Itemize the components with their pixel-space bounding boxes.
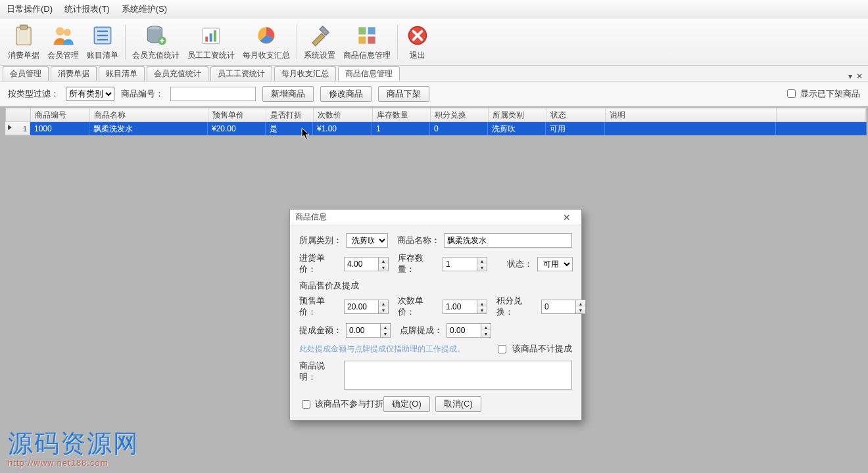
- tab-bill[interactable]: 账目清单: [99, 66, 145, 81]
- cell-category: 洗剪吹: [488, 122, 546, 135]
- col-stock[interactable]: 库存数量: [373, 108, 431, 122]
- spin-commission[interactable]: ▲▼: [346, 323, 391, 338]
- tb-product[interactable]: 商品信息管理: [339, 18, 395, 65]
- chk-show-offshelf-label: 显示已下架商品: [800, 88, 860, 100]
- tb-recharge[interactable]: 会员充值统计: [128, 18, 183, 65]
- tab-member[interactable]: 会员管理: [3, 66, 49, 81]
- menu-daily[interactable]: 日常操作(D): [7, 3, 53, 15]
- col-name[interactable]: 商品名称: [90, 108, 208, 122]
- tab-salary[interactable]: 员工工资统计: [210, 66, 272, 81]
- database-plus-icon: [143, 22, 169, 49]
- btn-cancel[interactable]: 取消(C): [435, 396, 481, 412]
- cell-price: ¥20.00: [208, 122, 266, 135]
- spin-presale[interactable]: ▲▼: [344, 300, 389, 314]
- dialog-title: 商品信息: [295, 212, 327, 223]
- tb-consume[interactable]: 消费单据: [4, 18, 43, 65]
- btn-offshelf[interactable]: 商品下架: [378, 86, 429, 102]
- col-desc[interactable]: 说明: [606, 108, 777, 122]
- chk-no-commission-label: 该商品不计提成: [512, 344, 572, 355]
- btn-edit-product[interactable]: 修改商品: [320, 86, 372, 102]
- tb-salary[interactable]: 员工工资统计: [183, 18, 239, 65]
- row-indicator-icon: [8, 125, 12, 130]
- dialog-close-button[interactable]: ✕: [558, 211, 576, 224]
- btn-ok[interactable]: 确定(O): [383, 396, 430, 412]
- tb-bill-label: 账目清单: [87, 50, 118, 61]
- toolbar-separator: [297, 25, 297, 59]
- svg-rect-15: [358, 27, 366, 34]
- cell-stock: 1: [372, 122, 430, 135]
- tab-recharge[interactable]: 会员充值统计: [147, 66, 208, 81]
- svg-rect-13: [214, 30, 216, 41]
- svg-rect-11: [205, 37, 208, 42]
- lbl-presale: 预售单价：: [299, 296, 340, 318]
- filter-type-label: 按类型过滤：: [8, 88, 59, 100]
- sel-category[interactable]: 洗剪吹: [346, 233, 388, 248]
- tb-exit[interactable]: 退出: [400, 18, 435, 65]
- lbl-commission: 提成金额：: [299, 325, 342, 336]
- svg-rect-1: [20, 25, 27, 29]
- tb-product-label: 商品信息管理: [343, 50, 391, 61]
- toolbar-separator: [397, 25, 398, 59]
- filter-type-select[interactable]: 所有类别: [66, 87, 114, 101]
- grid-row[interactable]: 1 1000 飘柔洗发水 ¥20.00 是 ¥1.00 1 0 洗剪吹 可用: [5, 122, 867, 135]
- spin-countprice[interactable]: ▲▼: [443, 300, 487, 314]
- filter-prodno-label: 商品编号：: [121, 88, 164, 100]
- chk-no-commission[interactable]: [498, 345, 506, 353]
- svg-point-3: [64, 29, 71, 36]
- svg-rect-16: [368, 27, 375, 34]
- svg-rect-12: [210, 34, 212, 42]
- tb-settings-label: 系统设置: [304, 50, 335, 61]
- tb-settings[interactable]: 系统设置: [300, 18, 339, 65]
- row-index: 1: [23, 125, 27, 133]
- section-pricing: 商品售价及提成: [299, 281, 572, 292]
- tab-monthly[interactable]: 每月收支汇总: [274, 66, 336, 81]
- txt-desc[interactable]: [344, 361, 572, 390]
- list-icon: [89, 22, 116, 49]
- tabs-close-icon[interactable]: ✕: [856, 72, 863, 81]
- tabs-dropdown-icon[interactable]: ▾: [848, 72, 852, 81]
- col-price[interactable]: 预售单价: [208, 108, 266, 122]
- svg-rect-17: [358, 37, 366, 44]
- col-id[interactable]: 商品编号: [31, 108, 90, 122]
- cell-status: 可用: [546, 122, 605, 135]
- col-discount[interactable]: 是否打折: [266, 108, 314, 122]
- product-dialog: 商品信息 ✕ 所属类别： 洗剪吹 商品名称： 进货单价： ▲▼ 库存数量： ▲▼…: [289, 209, 582, 420]
- cell-rest: [776, 122, 867, 135]
- close-red-icon: [404, 22, 431, 49]
- clipboard-icon: [11, 22, 37, 49]
- chk-show-offshelf[interactable]: [787, 89, 796, 98]
- svg-rect-0: [16, 27, 31, 45]
- tb-monthly[interactable]: 每月收支汇总: [239, 18, 294, 65]
- cell-points: 0: [430, 122, 488, 135]
- chk-no-discount[interactable]: [302, 400, 310, 409]
- tb-consume-label: 消费单据: [8, 50, 39, 61]
- tab-consume[interactable]: 消费单据: [51, 66, 97, 81]
- spin-stock[interactable]: ▲▼: [443, 257, 487, 271]
- menu-report[interactable]: 统计报表(T): [64, 3, 110, 15]
- svg-point-2: [56, 27, 64, 35]
- cell-desc: [605, 122, 776, 135]
- col-countprice[interactable]: 次数价: [314, 108, 373, 122]
- col-rest: [777, 108, 866, 122]
- col-status[interactable]: 状态: [546, 108, 606, 122]
- col-points[interactable]: 积分兑换: [431, 108, 489, 122]
- close-icon: ✕: [563, 212, 571, 223]
- tab-product[interactable]: 商品信息管理: [338, 66, 400, 81]
- btn-add-product[interactable]: 新增商品: [262, 86, 314, 102]
- watermark: 源码资源网 http://www.net188.com: [8, 427, 139, 468]
- tb-exit-label: 退出: [410, 50, 425, 61]
- tools-icon: [306, 22, 333, 49]
- spin-purchase[interactable]: ▲▼: [344, 257, 389, 271]
- tb-member[interactable]: 会员管理: [43, 18, 83, 65]
- menu-maint[interactable]: 系统维护(S): [122, 3, 167, 15]
- tb-member-label: 会员管理: [47, 50, 79, 61]
- spin-points[interactable]: ▲▼: [541, 300, 586, 314]
- col-category[interactable]: 所属类别: [489, 108, 546, 122]
- inp-name[interactable]: [444, 233, 572, 248]
- cell-discount: 是: [266, 122, 313, 135]
- pie-icon: [253, 22, 279, 49]
- spin-click[interactable]: ▲▼: [446, 323, 491, 338]
- filter-prodno-input[interactable]: [170, 87, 256, 101]
- sel-status[interactable]: 可用: [537, 257, 573, 271]
- tb-bill[interactable]: 账目清单: [83, 18, 122, 65]
